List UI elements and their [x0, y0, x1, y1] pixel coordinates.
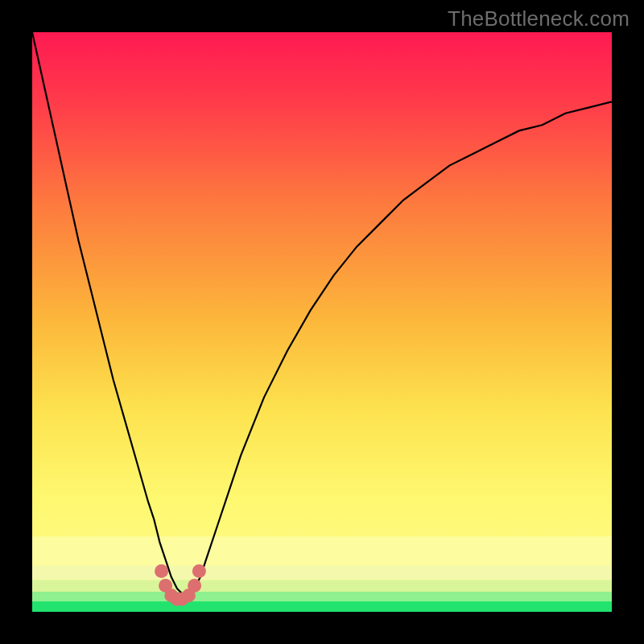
color-bands — [32, 536, 612, 612]
marker-dot — [155, 564, 168, 578]
plot-area — [32, 32, 612, 612]
marker-dot — [188, 579, 201, 592]
light-green-band — [32, 592, 612, 601]
chart-svg — [32, 32, 612, 612]
marker-dot — [192, 564, 206, 578]
pale-band-1 — [32, 580, 612, 591]
chart-frame: TheBottleneck.com — [0, 0, 644, 644]
yellow-band — [32, 536, 612, 565]
gradient-background — [32, 32, 612, 612]
watermark-text: TheBottleneck.com — [448, 6, 630, 31]
green-band — [32, 601, 612, 612]
pale-band-2 — [32, 565, 612, 580]
